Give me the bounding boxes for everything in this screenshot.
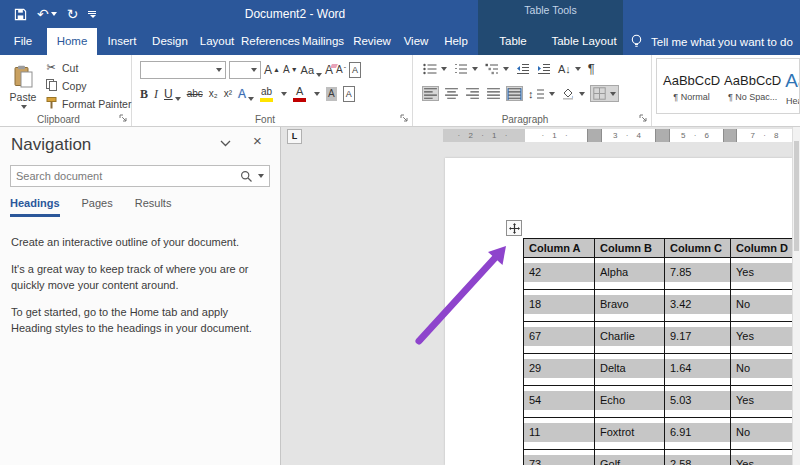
- table-cell[interactable]: Charlie: [595, 322, 665, 354]
- search-options-caret[interactable]: [258, 174, 264, 178]
- phonetic-guide-button[interactable]: Aˇ: [336, 63, 346, 77]
- redo-button[interactable]: ↻: [67, 7, 79, 21]
- table-cell[interactable]: 9.17: [665, 322, 731, 354]
- tab-home[interactable]: Home: [47, 28, 97, 55]
- paste-dropdown-caret[interactable]: [21, 105, 27, 109]
- clipboard-dialog-launcher[interactable]: [119, 114, 128, 123]
- table-cell[interactable]: 18: [524, 290, 595, 322]
- table-cell[interactable]: 73: [524, 450, 595, 465]
- close-icon[interactable]: ×: [253, 132, 262, 149]
- ruler-segment[interactable]: · 2 · 1 ·: [443, 129, 525, 142]
- table-cell[interactable]: 29: [524, 354, 595, 386]
- tab-references[interactable]: References: [241, 28, 297, 55]
- decrease-indent-button[interactable]: [516, 63, 530, 75]
- ruler-segment[interactable]: 7 · 8: [737, 129, 795, 142]
- vertical-scrollbar[interactable]: [792, 127, 800, 465]
- ruler-segment[interactable]: 5 · 6: [670, 129, 723, 142]
- align-center-button[interactable]: [444, 87, 459, 100]
- increase-indent-button[interactable]: [537, 63, 551, 75]
- clear-formatting-button[interactable]: A: [325, 63, 333, 77]
- search-input[interactable]: [16, 170, 240, 182]
- tab-layout[interactable]: Layout: [195, 28, 239, 55]
- table-header-cell[interactable]: Column A: [524, 239, 595, 258]
- enclose-characters-button[interactable]: A: [349, 62, 361, 78]
- multilevel-list-button[interactable]: [485, 63, 509, 75]
- font-color-dropdown-caret[interactable]: [314, 92, 320, 96]
- shrink-font-button[interactable]: A▼: [283, 63, 298, 77]
- ruler-column-marker[interactable]: [655, 129, 670, 142]
- subscript-button[interactable]: x₂: [209, 87, 218, 101]
- highlight-dropdown-caret[interactable]: [281, 92, 287, 96]
- nav-tab-pages[interactable]: Pages: [82, 197, 113, 217]
- table-cell[interactable]: 42: [524, 258, 595, 290]
- save-icon[interactable]: [14, 8, 27, 21]
- numbering-button[interactable]: [454, 63, 478, 75]
- style-normal[interactable]: AaBbCcD ¶ Normal: [663, 64, 720, 111]
- format-painter-button[interactable]: Format Painter: [44, 96, 131, 111]
- table-cell[interactable]: Yes: [731, 386, 795, 418]
- bold-button[interactable]: B: [140, 87, 148, 101]
- distribute-button[interactable]: [507, 87, 522, 100]
- character-shading-button[interactable]: A: [326, 87, 337, 101]
- character-border-button[interactable]: A: [343, 86, 355, 102]
- table-cell[interactable]: Yes: [731, 450, 795, 465]
- chevron-down-icon[interactable]: [220, 140, 231, 147]
- table-cell[interactable]: Delta: [595, 354, 665, 386]
- table-cell[interactable]: No: [731, 418, 795, 450]
- table-cell[interactable]: Echo: [595, 386, 665, 418]
- table-cell[interactable]: 7.85: [665, 258, 731, 290]
- align-right-button[interactable]: [465, 87, 480, 100]
- superscript-button[interactable]: x²: [224, 87, 232, 101]
- table-cell[interactable]: 1.64: [665, 354, 731, 386]
- tab-table-layout[interactable]: Table Layout: [550, 28, 618, 55]
- nav-tab-results[interactable]: Results: [135, 197, 172, 217]
- strikethrough-button[interactable]: abc: [187, 87, 203, 101]
- font-name-combobox[interactable]: [140, 61, 226, 79]
- change-case-button[interactable]: Aa: [301, 63, 322, 77]
- cut-button[interactable]: ✂Cut: [44, 60, 131, 75]
- align-left-button[interactable]: [423, 87, 438, 100]
- document-table[interactable]: Column AColumn BColumn CColumn D42Alpha7…: [523, 238, 794, 465]
- line-spacing-button[interactable]: ↕: [528, 87, 555, 101]
- bullets-button[interactable]: [423, 63, 447, 75]
- style-no-spacing[interactable]: AaBbCcD ¶ No Spac...: [724, 64, 781, 111]
- horizontal-ruler[interactable]: · 2 · 1 ·· 1 ·3 · 45 · 67 · 8: [443, 129, 795, 142]
- table-cell[interactable]: Golf: [595, 450, 665, 465]
- scrollbar-thumb[interactable]: [794, 141, 799, 251]
- tab-help[interactable]: Help: [437, 28, 475, 55]
- table-cell[interactable]: Yes: [731, 258, 795, 290]
- table-cell[interactable]: 3.42: [665, 290, 731, 322]
- tab-mailings[interactable]: Mailings: [299, 28, 347, 55]
- table-header-cell[interactable]: Column B: [595, 239, 665, 258]
- table-cell[interactable]: 2.58: [665, 450, 731, 465]
- tell-me-box[interactable]: Tell me what you want to do: [630, 28, 793, 55]
- undo-button[interactable]: ↶: [37, 7, 57, 21]
- paste-button[interactable]: Paste: [5, 59, 41, 115]
- shading-button[interactable]: [561, 87, 585, 100]
- undo-dropdown-caret[interactable]: [51, 12, 57, 16]
- copy-button[interactable]: Copy: [44, 78, 131, 93]
- underline-button[interactable]: U: [164, 87, 181, 101]
- table-cell[interactable]: 67: [524, 322, 595, 354]
- nav-tab-headings[interactable]: Headings: [10, 197, 60, 217]
- font-dialog-launcher[interactable]: [400, 114, 409, 123]
- table-header-cell[interactable]: Column C: [665, 239, 731, 258]
- justify-button[interactable]: [486, 87, 501, 100]
- style-heading1[interactable]: Aa Head: [785, 64, 800, 111]
- table-cell[interactable]: Bravo: [595, 290, 665, 322]
- customize-qat-button[interactable]: [88, 11, 96, 18]
- table-cell[interactable]: No: [731, 354, 795, 386]
- tab-design[interactable]: Design: [147, 28, 193, 55]
- table-header-cell[interactable]: Column D: [731, 239, 795, 258]
- table-cell[interactable]: 5.03: [665, 386, 731, 418]
- table-cell[interactable]: 54: [524, 386, 595, 418]
- table-cell[interactable]: Yes: [731, 322, 795, 354]
- borders-button[interactable]: [591, 86, 618, 101]
- show-hide-paragraph-marks-button[interactable]: ¶: [588, 61, 595, 76]
- tab-file[interactable]: File: [2, 28, 44, 55]
- table-move-handle[interactable]: [506, 220, 522, 236]
- font-color-button[interactable]: A: [293, 86, 306, 102]
- table-cell[interactable]: Alpha: [595, 258, 665, 290]
- table-cell[interactable]: Foxtrot: [595, 418, 665, 450]
- tab-table-design[interactable]: Table Design: [480, 28, 546, 55]
